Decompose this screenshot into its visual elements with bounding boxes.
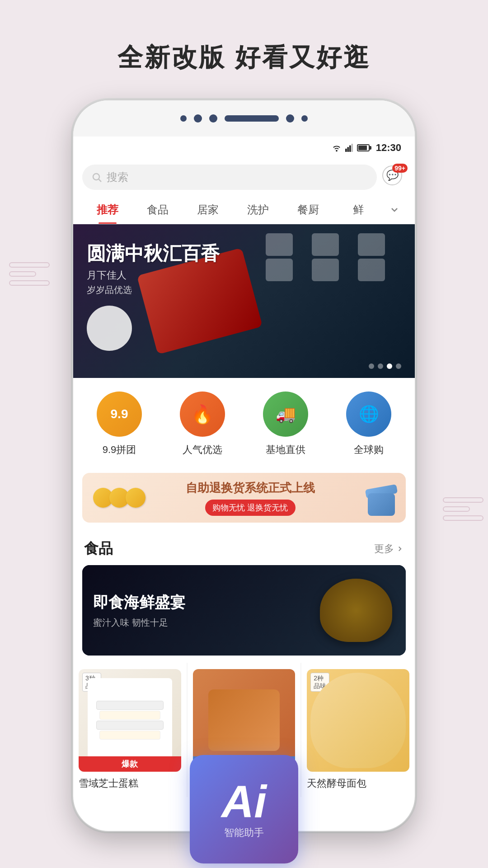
cat-item-xian[interactable]: 鲜 [333, 195, 383, 224]
food-cup-3 [358, 233, 385, 256]
promo-banner[interactable]: 自助退换货系统正式上线 购物无忧 退换货无忧 [82, 473, 406, 523]
popular-icon-circle: 🔥 [180, 392, 225, 437]
dot-3 [387, 363, 392, 369]
message-badge[interactable]: 💬 99+ [382, 165, 406, 189]
quick-icon-popular[interactable]: 🔥 人气优选 [180, 392, 225, 457]
sensor-dot-4 [286, 114, 294, 123]
promo-main-text: 自助退换货系统正式上线 [186, 480, 315, 496]
status-bar: 12:30 [73, 137, 415, 159]
duck-meat [208, 689, 280, 751]
decor-lines-left [9, 262, 50, 289]
section-header: 食品 更多 [73, 530, 415, 565]
popular-icon-emoji: 🔥 [191, 404, 214, 425]
chevron-right-icon [396, 545, 404, 553]
sensor-dot-1 [180, 115, 187, 122]
status-icons: 12:30 [332, 142, 401, 154]
food-banner-text: 即食海鲜盛宴 蜜汁入味 韧性十足 [93, 592, 185, 629]
product-name-bread: 天然酵母面包 [307, 777, 409, 790]
battery-icon [357, 144, 370, 151]
svg-rect-2 [349, 146, 351, 152]
global-label: 全球购 [354, 443, 384, 457]
screen-content[interactable]: 搜索 💬 99+ 推荐 食品 居家 洗护 [73, 159, 415, 831]
product-image-cake: 3种 品味 爆款 [79, 669, 181, 772]
decor-line [9, 280, 50, 286]
badge-count: 99+ [392, 164, 408, 173]
phone-frame: 12:30 搜索 💬 99+ [72, 99, 416, 832]
cat-more-button[interactable] [383, 204, 406, 215]
cat-item-xihu[interactable]: 洗护 [233, 195, 283, 224]
sensor-dot-3 [209, 114, 217, 123]
food-cup-5 [312, 259, 339, 281]
status-time: 12:30 [376, 142, 401, 154]
svg-rect-0 [345, 149, 347, 152]
food-bowl [320, 579, 392, 642]
cake-layer-1 [96, 701, 164, 710]
promo-center: 自助退换货系统正式上线 购物无忧 退换货无忧 [186, 480, 315, 516]
quick-icons: 9.9 9.9拼团 🔥 人气优选 🚚 基地直供 [73, 378, 415, 466]
cake-layer-3 [96, 721, 164, 730]
phone-screen: 12:30 搜索 💬 99+ [73, 137, 415, 831]
svg-point-4 [93, 174, 99, 180]
section-more[interactable]: 更多 [374, 542, 404, 556]
quick-icon-global[interactable]: 🌐 全球购 [346, 392, 391, 457]
product-card-bread[interactable]: 2种 品味 天然酵母面包 [301, 663, 415, 797]
food-cup-6 [358, 259, 385, 281]
bread-visual [310, 673, 406, 768]
direct-icon-emoji: 🚚 [276, 405, 296, 424]
ai-badge[interactable]: Ai 智能助手 [190, 755, 298, 863]
food-cup-4 [266, 259, 293, 281]
search-input-wrap[interactable]: 搜索 [82, 165, 377, 190]
banner-sub-text-2: 岁岁品优选 [87, 284, 220, 296]
food-cup-1 [266, 233, 293, 256]
search-icon [91, 172, 102, 183]
banner[interactable]: 圆满中秋汇百香 月下佳人 岁岁品优选 [73, 224, 415, 378]
food-banner[interactable]: 即食海鲜盛宴 蜜汁入味 韧性十足 [82, 565, 406, 656]
banner-main-text: 圆满中秋汇百香 [87, 242, 220, 265]
banner-dots [369, 363, 401, 369]
food-banner-sub: 蜜汁入味 韧性十足 [93, 617, 185, 629]
direct-label: 基地直供 [266, 443, 305, 457]
global-icon-emoji: 🌐 [359, 405, 379, 424]
signal-icon [345, 144, 353, 152]
page-title: 全新改版 好看又好逛 [0, 0, 488, 102]
cake-layers [96, 700, 164, 741]
cat-item-canchu[interactable]: 餐厨 [283, 195, 333, 224]
food-banner-title: 即食海鲜盛宴 [93, 592, 185, 613]
promo-coins [93, 488, 142, 508]
quick-icon-direct[interactable]: 🚚 基地直供 [263, 392, 308, 457]
decor-line [443, 506, 470, 512]
cat-item-shipin[interactable]: 食品 [132, 195, 183, 224]
svg-rect-3 [351, 144, 353, 152]
ai-section: Ai 智能助手 [176, 750, 312, 868]
cake-visual [88, 678, 172, 763]
decor-line [443, 515, 483, 521]
sensor-dot-5 [301, 115, 308, 122]
dot-1 [369, 363, 374, 369]
banner-plate [87, 306, 132, 351]
global-icon-circle: 🌐 [346, 392, 391, 437]
product-image-bread: 2种 品味 [307, 669, 409, 772]
food-cup-2 [312, 233, 339, 256]
promo-sub-btn: 购物无忧 退换货无忧 [205, 500, 295, 516]
wifi-icon [332, 144, 342, 152]
ai-badge-text: Ai [221, 779, 267, 824]
pint-label: 9.9拼团 [103, 443, 136, 457]
cat-item-tuijian[interactable]: 推荐 [82, 195, 132, 224]
decor-line [9, 262, 50, 268]
search-placeholder: 搜索 [107, 170, 128, 184]
decor-lines-right [443, 497, 483, 524]
cat-item-jujia[interactable]: 居家 [183, 195, 233, 224]
banner-text-overlay: 圆满中秋汇百香 月下佳人 岁岁品优选 [87, 242, 220, 296]
phone-top-bar [73, 100, 415, 137]
dot-2 [378, 363, 383, 369]
quick-icon-pint[interactable]: 9.9 9.9拼团 [97, 392, 142, 457]
promo-box-icon [359, 480, 395, 516]
ai-badge-sub: 智能助手 [224, 826, 264, 840]
pint-icon-text: 9.9 [111, 407, 128, 421]
product-card-cake[interactable]: 3种 品味 爆款 [73, 663, 187, 797]
product-name-cake: 雪域芝士蛋糕 [79, 777, 181, 790]
section-title: 食品 [84, 539, 113, 559]
svg-line-5 [99, 179, 102, 182]
cake-layer-2 [99, 711, 160, 720]
category-nav: 推荐 食品 居家 洗护 餐厨 鲜 [73, 195, 415, 224]
